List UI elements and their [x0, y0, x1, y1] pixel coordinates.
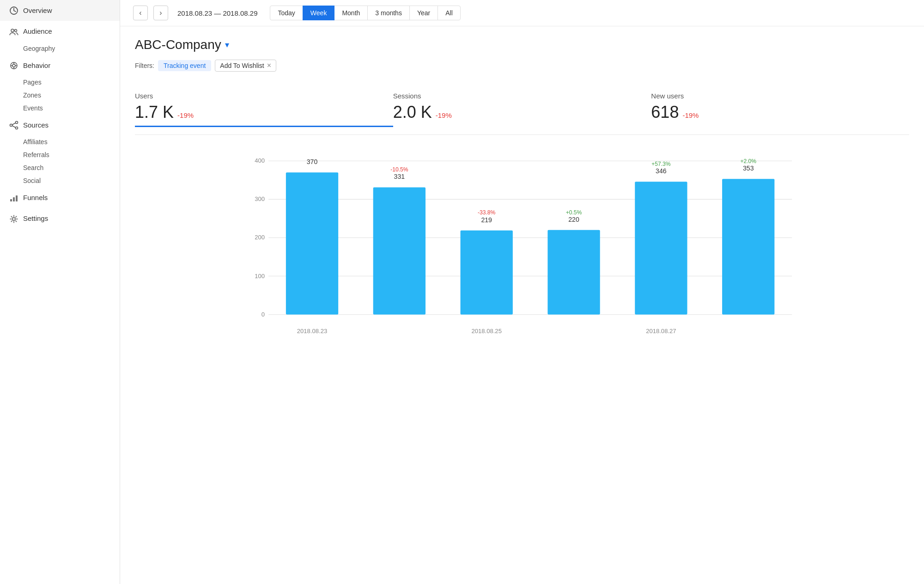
- sidebar-item-funnels[interactable]: Funnels: [0, 187, 120, 208]
- company-dropdown-button[interactable]: ▾: [225, 40, 229, 50]
- sidebar-label-audience: Audience: [23, 27, 52, 35]
- svg-text:2018.08.27: 2018.08.27: [646, 328, 676, 335]
- audience-icon: [9, 26, 18, 36]
- metric-sessions-value: 2.0 K -19%: [393, 103, 651, 122]
- filter-close-icon[interactable]: ×: [267, 62, 271, 69]
- sidebar-label-search: Search: [23, 164, 43, 171]
- period-month[interactable]: Month: [334, 6, 368, 20]
- svg-text:200: 200: [255, 234, 265, 241]
- svg-text:353: 353: [743, 164, 754, 172]
- sidebar-label-affiliates: Affiliates: [23, 138, 48, 146]
- svg-rect-39: [635, 182, 687, 314]
- filter-chip-tracking-event[interactable]: Tracking event: [158, 60, 211, 71]
- metric-sessions[interactable]: Sessions 2.0 K -19%: [393, 85, 651, 127]
- svg-text:331: 331: [394, 173, 405, 180]
- svg-rect-15: [13, 197, 15, 201]
- sidebar-label-zones: Zones: [23, 91, 41, 99]
- svg-point-10: [16, 122, 18, 124]
- sidebar-item-sources[interactable]: Sources: [0, 115, 120, 135]
- svg-rect-36: [547, 230, 600, 315]
- svg-point-17: [12, 218, 15, 220]
- sidebar-label-overview: Overview: [23, 6, 52, 14]
- svg-point-1: [11, 29, 14, 32]
- svg-text:0: 0: [261, 311, 265, 318]
- date-range: 2018.08.23 — 2018.08.29: [177, 9, 257, 17]
- filter-value-text: Add To Wishlist: [220, 62, 264, 69]
- chart-container: 0100200300400370331-10.5%219-33.8%220+0.…: [135, 134, 909, 338]
- svg-text:100: 100: [255, 273, 265, 280]
- sidebar-item-search[interactable]: Search: [0, 161, 120, 174]
- content-area: ABC-Company ▾ Filters: Tracking event Ad…: [120, 26, 924, 584]
- svg-text:219: 219: [481, 216, 492, 224]
- period-today[interactable]: Today: [270, 6, 303, 20]
- sidebar-item-referrals[interactable]: Referrals: [0, 148, 120, 161]
- overview-icon: [9, 6, 18, 15]
- metric-users-change: -19%: [177, 111, 194, 119]
- svg-text:346: 346: [656, 167, 667, 175]
- period-3months[interactable]: 3 months: [367, 6, 410, 20]
- sidebar-item-events[interactable]: Events: [0, 102, 120, 115]
- svg-line-13: [12, 126, 16, 128]
- period-year[interactable]: Year: [409, 6, 438, 20]
- period-buttons: Today Week Month 3 months Year All: [270, 6, 460, 20]
- sidebar-label-pages: Pages: [23, 79, 42, 86]
- metric-new-users[interactable]: New users 618 -19%: [651, 85, 909, 127]
- sidebar-label-funnels: Funnels: [23, 194, 48, 201]
- period-week[interactable]: Week: [303, 6, 335, 20]
- company-name: ABC-Company: [135, 37, 221, 52]
- sidebar-label-sources: Sources: [23, 121, 49, 129]
- sidebar-item-behavior[interactable]: Behavior: [0, 55, 120, 76]
- svg-text:220: 220: [568, 216, 579, 223]
- metric-sessions-number: 2.0 K: [393, 103, 432, 122]
- metric-users[interactable]: Users 1.7 K -19%: [135, 85, 393, 127]
- filters-label: Filters:: [135, 62, 154, 69]
- svg-point-4: [12, 64, 15, 67]
- svg-text:370: 370: [307, 158, 318, 165]
- metric-users-value: 1.7 K -19%: [135, 103, 393, 122]
- sidebar-item-audience[interactable]: Audience: [0, 21, 120, 42]
- sidebar-item-settings[interactable]: Settings: [0, 208, 120, 229]
- svg-text:-33.8%: -33.8%: [478, 209, 496, 216]
- sidebar-label-referrals: Referrals: [23, 151, 49, 158]
- bar-chart: 0100200300400370331-10.5%219-33.8%220+0.…: [135, 142, 909, 338]
- metric-new-users-value: 618 -19%: [651, 103, 909, 122]
- next-button[interactable]: ›: [153, 6, 168, 20]
- sidebar-item-overview[interactable]: Overview: [0, 0, 120, 21]
- sidebar-item-social[interactable]: Social: [0, 174, 120, 187]
- company-title: ABC-Company ▾: [135, 37, 909, 52]
- filter-value-add-to-wishlist[interactable]: Add To Wishlist ×: [215, 60, 276, 72]
- sidebar-label-geography: Geography: [23, 45, 55, 52]
- filter-chip-label: Tracking event: [164, 62, 206, 69]
- sidebar-item-zones[interactable]: Zones: [0, 89, 120, 102]
- svg-rect-14: [10, 199, 12, 201]
- svg-text:300: 300: [255, 195, 265, 202]
- sidebar: Overview Audience Geography: [0, 0, 120, 584]
- svg-rect-30: [373, 188, 426, 315]
- svg-point-9: [10, 124, 12, 127]
- prev-button[interactable]: ‹: [133, 6, 148, 20]
- svg-point-2: [15, 29, 17, 31]
- sidebar-label-settings: Settings: [23, 214, 48, 222]
- period-all[interactable]: All: [438, 6, 461, 20]
- sidebar-label-behavior: Behavior: [23, 61, 50, 69]
- metrics-row: Users 1.7 K -19% Sessions 2.0 K -19% New…: [135, 85, 909, 127]
- settings-icon: [9, 213, 18, 223]
- svg-rect-42: [722, 179, 774, 314]
- funnels-icon: [9, 193, 18, 202]
- sidebar-item-pages[interactable]: Pages: [0, 76, 120, 89]
- sidebar-label-social: Social: [23, 177, 41, 184]
- sidebar-item-affiliates[interactable]: Affiliates: [0, 135, 120, 148]
- behavior-icon: [9, 61, 18, 70]
- metric-sessions-label: Sessions: [393, 92, 651, 100]
- svg-rect-16: [16, 195, 18, 201]
- sources-icon: [9, 120, 18, 130]
- svg-text:+2.0%: +2.0%: [740, 158, 756, 164]
- metric-sessions-change: -19%: [436, 111, 452, 119]
- svg-text:400: 400: [255, 157, 265, 164]
- metric-new-users-number: 618: [651, 103, 679, 122]
- metric-new-users-label: New users: [651, 92, 909, 100]
- metric-users-label: Users: [135, 92, 393, 100]
- svg-point-11: [16, 127, 18, 129]
- sidebar-item-geography[interactable]: Geography: [0, 42, 120, 55]
- svg-text:2018.08.25: 2018.08.25: [471, 328, 501, 335]
